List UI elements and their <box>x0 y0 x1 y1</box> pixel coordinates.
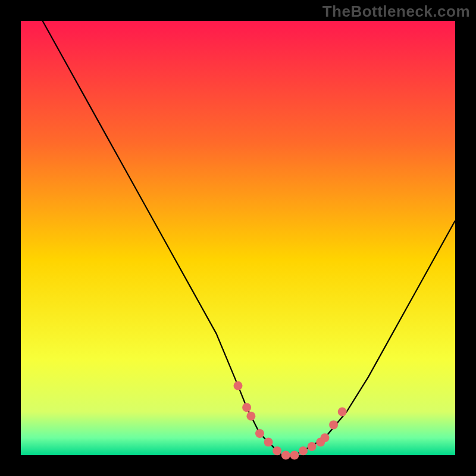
dot <box>290 451 299 460</box>
watermark-text: TheBottleneck.com <box>322 2 470 21</box>
dot <box>255 429 264 438</box>
dot <box>246 412 255 421</box>
dot <box>338 408 347 416</box>
bottleneck-chart <box>0 0 476 476</box>
chart-frame: TheBottleneck.com <box>0 0 476 476</box>
dot <box>273 446 281 455</box>
dot <box>242 403 251 412</box>
dot <box>299 446 308 455</box>
dot <box>329 420 338 429</box>
dot <box>264 438 273 447</box>
dot <box>234 381 243 390</box>
dot <box>308 442 317 451</box>
dot <box>281 451 290 460</box>
dot <box>321 433 330 442</box>
